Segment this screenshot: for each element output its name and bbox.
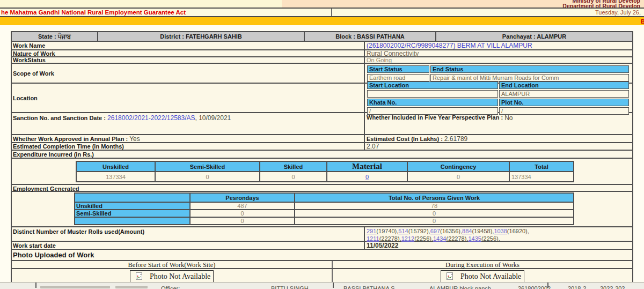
exp-header-skilled: Skilled: [260, 161, 327, 172]
footer-fragment: Officer:: [161, 285, 180, 289]
expenditure-section-row: Expenditure Incurred (in Rs.): [12, 151, 632, 159]
annual-plan-row: Whether Work Approved in Annual Plan : Y…: [12, 135, 632, 143]
title-bar: he Mahatma Gandhi National Rural Employm…: [0, 8, 644, 17]
exp-header-total: Total: [509, 161, 574, 172]
work-start-date-label: Work start date: [12, 242, 365, 249]
work-status-value: On Going: [367, 57, 392, 63]
sanction-number-link[interactable]: 2618002/2021-2022/12583/AS: [107, 114, 195, 122]
muster-rolls-label: Distinct Number of Muster Rolls used(Amo…: [12, 227, 365, 241]
emp-header-persons: Total No. of Persons Given Work: [295, 193, 574, 202]
estimated-cost-label: Estimated Cost (In Lakhs) :: [367, 136, 443, 142]
start-status-header: Start Status: [367, 65, 429, 73]
emp-header-persondays: Pesrondays: [190, 193, 295, 202]
expenditure-section-label: Expenditure Incurred (in Rs.): [12, 151, 632, 158]
five-year-plan-value: No: [504, 114, 513, 122]
muster-amount: (16920),: [507, 228, 529, 234]
footer-divider: [333, 283, 334, 288]
work-name-row: Work Name (2618002002/RC/9989048277) BER…: [12, 42, 632, 50]
expenditure-table: Unskilled Semi-Skilled Skilled Material …: [76, 161, 574, 182]
exp-value-semiskilled: 0: [155, 172, 260, 182]
district-cell: District : FATEHGARH SAHIB: [98, 32, 305, 41]
orange-banner: B: [0, 17, 644, 25]
footer-fragment: ALAMPUR block panch: [429, 285, 491, 289]
five-year-plan-label: Whether Included in Five Year Perspectiv…: [367, 114, 503, 121]
employment-table-row: Pesrondays Total No. of Persons Given Wo…: [12, 192, 632, 227]
nature-of-work-label: Nature of Work: [12, 50, 365, 56]
muster-link[interactable]: 884: [462, 228, 472, 234]
estimated-time-label: Estimated Completion Time (in Months): [12, 143, 365, 150]
muster-link[interactable]: 514: [398, 228, 408, 234]
expenditure-table-row: Unskilled Semi-Skilled Skilled Material …: [12, 159, 632, 185]
muster-amount: (19458),: [472, 228, 494, 234]
during-work-caption: During Execution of Works: [333, 261, 632, 268]
employment-section-label: Employment Generated: [12, 185, 632, 191]
muster-amount: (15792),: [408, 228, 430, 234]
muster-link[interactable]: 697: [430, 228, 440, 234]
sanction-date: , 10/09/2021: [195, 114, 231, 122]
scope-of-work-label: Scope of Work: [12, 64, 365, 83]
muster-link[interactable]: 1212: [401, 235, 414, 242]
start-location-header: Start Location: [367, 81, 498, 89]
work-status-row: WorkStatus On Going: [12, 57, 632, 64]
muster-amount: (19740),: [376, 228, 398, 234]
estimated-time-value: 2.07: [367, 143, 379, 150]
exp-value-material-link[interactable]: 0: [365, 174, 369, 180]
emp-header-blank: [75, 193, 190, 202]
sanction-label: Sanction No. and Sanction Date :: [13, 115, 106, 121]
muster-amount: (22278),: [379, 235, 401, 242]
exp-value-total: 137334: [509, 172, 574, 182]
muster-links-line2: 1211(22278),1212(2256),1434(22278),1435(…: [367, 235, 631, 242]
emp-persons-unskilled: 78: [295, 202, 574, 210]
location-row: Location Start Location End Location ALA…: [12, 84, 632, 113]
work-details-table: State : ਪੰਜਾਬ District : FATEHGARH SAHIB…: [11, 31, 633, 289]
muster-amount: (22278),: [446, 235, 468, 242]
clipped-footer-strip: Officer: BITTU SINGH, BASSI PATHANA S AL…: [0, 282, 644, 289]
emp-label-semiskilled: Semi-Skilled: [75, 210, 190, 217]
exp-header-contingency: Contingency: [407, 161, 509, 172]
work-start-date-value: 11/05/2022: [367, 242, 398, 249]
emp-persondays-semiskilled: 0: [190, 210, 295, 217]
emp-persons-blank: 0: [295, 217, 574, 225]
muster-link[interactable]: 291: [367, 228, 376, 234]
footer-fragment: 2618002002: [518, 285, 551, 289]
plot-header: Plot No.: [499, 99, 629, 106]
exp-value-unskilled: 137334: [76, 172, 155, 182]
emp-row-blank: 0 0: [75, 217, 574, 225]
employment-section-row: Employment Generated: [12, 185, 632, 192]
muster-link[interactable]: 1434: [433, 235, 446, 242]
end-status-header: End Status: [430, 65, 629, 73]
footer-illegible-text: [115, 286, 148, 288]
emp-row-semiskilled: Semi-Skilled 0 0: [75, 210, 574, 217]
muster-amount: (2256),: [481, 235, 500, 242]
emp-label-blank: [75, 217, 190, 225]
current-date: Tuesday, July 26,: [331, 9, 644, 16]
state-cell: State : ਪੰਜਾਬ: [12, 32, 98, 41]
nature-of-work-value: Rural Connectivity: [367, 50, 419, 57]
panchayat-cell: Panchayat : ALAMPUR: [436, 32, 632, 41]
exp-header-material: Material: [327, 161, 407, 172]
location-header-bar: State : ਪੰਜਾਬ District : FATEHGARH SAHIB…: [12, 32, 632, 42]
footer-fragment: 2022-202: [600, 285, 625, 289]
location-label: Location: [12, 84, 365, 112]
muster-amount: (16356),: [440, 228, 462, 234]
muster-amount: (2256),: [414, 235, 433, 242]
ticker-fragment: B: [641, 18, 644, 25]
muster-link[interactable]: 1038: [494, 228, 507, 234]
employment-table: Pesrondays Total No. of Persons Given Wo…: [74, 192, 574, 225]
annual-plan-value: Yes: [129, 135, 140, 143]
muster-links-line1: 291(19740),514(15792),697(16356),884(194…: [367, 227, 631, 235]
nature-of-work-row: Nature of Work Rural Connectivity: [12, 50, 632, 57]
khata-header: Khata No.: [367, 99, 498, 106]
exp-value-skilled: 0: [260, 172, 327, 182]
emp-persondays-unskilled: 487: [190, 202, 295, 210]
scope-table: Start Status End Status Earthern road Re…: [366, 64, 630, 83]
muster-link[interactable]: 1435: [468, 235, 481, 242]
footer-fragment: BITTU SINGH,: [271, 285, 310, 289]
act-title: he Mahatma Gandhi National Rural Employm…: [0, 9, 331, 16]
emp-label-unskilled: Unskilled: [75, 202, 190, 210]
annual-plan-label: Whether Work Approved in Annual Plan :: [13, 136, 128, 142]
emp-persons-semiskilled: 0: [295, 210, 574, 217]
work-name-value: (2618002002/RC/9989048277) BERM AT VILL …: [367, 42, 532, 49]
work-status-label: WorkStatus: [12, 57, 365, 63]
muster-link[interactable]: 1211: [367, 235, 379, 242]
